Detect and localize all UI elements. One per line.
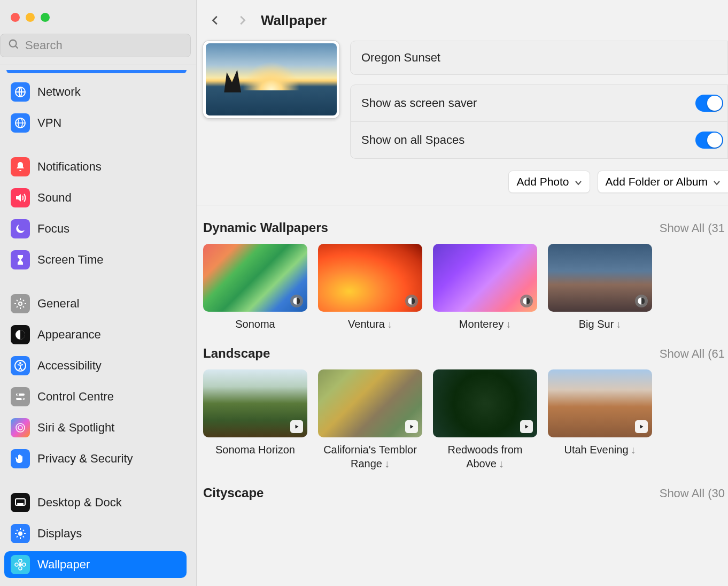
sidebar-list: Network VPN Notifications Sound Focus Sc… — [0, 70, 196, 586]
sidebar-label: Displays — [37, 527, 82, 541]
screen-saver-label: Show as screen saver — [361, 96, 477, 110]
current-wallpaper-preview[interactable] — [203, 41, 339, 118]
svg-point-9 — [19, 362, 21, 364]
search-box[interactable] — [0, 34, 191, 57]
svg-point-18 — [18, 531, 22, 536]
dock-icon — [11, 493, 30, 512]
wallpaper-thumb-ventura[interactable]: Ventura↓ — [318, 244, 422, 331]
sidebar-item-control-centre[interactable]: Control Centre — [4, 383, 187, 410]
svg-point-6 — [19, 302, 22, 305]
action-row: Add Photo Add Folder or Album — [197, 159, 728, 205]
page-title: Wallpaper — [261, 12, 327, 29]
add-photo-button[interactable]: Add Photo — [508, 171, 590, 193]
screen-saver-toggle[interactable] — [695, 95, 723, 112]
forward-button[interactable] — [229, 10, 255, 31]
svg-point-20 — [19, 559, 22, 562]
wallpaper-thumb-california-temblor[interactable]: California's Temblor Range↓ — [318, 369, 422, 471]
sidebar-label: Sound — [37, 191, 72, 205]
all-spaces-label: Show on all Spaces — [361, 133, 464, 147]
svg-rect-17 — [17, 503, 24, 505]
svg-point-12 — [17, 394, 19, 396]
chevron-down-icon — [713, 175, 721, 188]
sidebar-item-vpn[interactable]: VPN — [4, 110, 187, 136]
sidebar-item-accessibility[interactable]: Accessibility — [4, 352, 187, 379]
wallpaper-thumb-sonoma[interactable]: Sonoma — [203, 244, 307, 331]
sidebar-item-displays[interactable]: Displays — [4, 520, 187, 547]
sidebar-item-privacy-security[interactable]: Privacy & Security — [4, 445, 187, 472]
svg-point-22 — [15, 563, 18, 566]
sidebar-item-cutoff[interactable] — [6, 70, 187, 73]
fullscreen-window-button[interactable] — [41, 13, 50, 22]
section-title-cityscape: Cityscape — [203, 485, 264, 500]
svg-point-23 — [22, 563, 26, 566]
close-window-button[interactable] — [11, 13, 20, 22]
dynamic-badge-icon — [405, 295, 418, 307]
play-badge-icon — [520, 420, 533, 433]
sidebar-item-notifications[interactable]: Notifications — [4, 153, 187, 180]
download-icon: ↓ — [506, 318, 511, 330]
download-icon: ↓ — [499, 458, 504, 469]
all-spaces-toggle[interactable] — [695, 132, 723, 149]
download-icon: ↓ — [631, 444, 636, 456]
sidebar-label: VPN — [37, 116, 61, 130]
sidebar-item-desktop-dock[interactable]: Desktop & Dock — [4, 489, 187, 516]
siri-icon — [11, 418, 30, 437]
globe-icon — [11, 82, 30, 102]
wallpaper-thumb-monterey[interactable]: Monterey↓ — [433, 244, 537, 331]
sidebar-item-sound[interactable]: Sound — [4, 184, 187, 211]
wallpaper-thumb-bigsur[interactable]: Big Sur↓ — [548, 244, 652, 331]
contrast-icon — [11, 325, 30, 344]
svg-marker-29 — [411, 425, 414, 429]
search-input[interactable] — [25, 38, 183, 52]
add-folder-button[interactable]: Add Folder or Album — [598, 171, 728, 193]
sun-icon — [11, 524, 30, 543]
dynamic-badge-icon — [635, 295, 648, 307]
hourglass-icon — [11, 250, 30, 269]
download-icon: ↓ — [387, 318, 392, 330]
svg-line-1 — [16, 46, 18, 49]
dynamic-badge-icon — [290, 295, 303, 307]
screen-saver-row: Show as screen saver — [350, 84, 728, 122]
main-content: Wallpaper Oregon Sunset Show as screen s… — [197, 0, 728, 586]
sidebar-item-network[interactable]: Network — [4, 79, 187, 105]
hand-icon — [11, 449, 30, 468]
svg-marker-31 — [640, 425, 644, 429]
svg-point-13 — [21, 398, 24, 400]
globe-net-icon — [11, 113, 30, 133]
svg-marker-28 — [296, 425, 299, 429]
wallpaper-scroll-area[interactable]: Dynamic Wallpapers Show All (31 Sonoma V… — [197, 205, 728, 586]
download-icon: ↓ — [384, 458, 390, 469]
wallpaper-thumb-sonoma-horizon[interactable]: Sonoma Horizon — [203, 369, 307, 471]
search-icon — [8, 38, 20, 52]
show-all-landscape-button[interactable]: Show All (61 — [660, 347, 725, 361]
minimize-window-button[interactable] — [26, 13, 35, 22]
svg-marker-30 — [525, 425, 529, 429]
sidebar-item-appearance[interactable]: Appearance — [4, 321, 187, 348]
wallpaper-thumb-redwoods[interactable]: Redwoods from Above↓ — [433, 369, 537, 471]
dynamic-badge-icon — [520, 295, 533, 307]
chevron-down-icon — [575, 175, 582, 188]
play-badge-icon — [635, 420, 648, 433]
switches-icon — [11, 387, 30, 406]
person-icon — [11, 356, 30, 375]
wallpaper-name-row: Oregon Sunset — [350, 41, 728, 75]
svg-point-21 — [19, 567, 22, 570]
sidebar-label: Focus — [37, 222, 69, 236]
sidebar-item-general[interactable]: General — [4, 290, 187, 317]
sidebar-item-focus[interactable]: Focus — [4, 215, 187, 242]
show-all-dynamic-button[interactable]: Show All (31 — [660, 221, 725, 235]
sidebar-item-siri-spotlight[interactable]: Siri & Spotlight — [4, 414, 187, 441]
svg-point-19 — [19, 563, 22, 566]
sidebar-item-screen-time[interactable]: Screen Time — [4, 246, 187, 273]
gear-icon — [11, 294, 30, 313]
show-all-cityscape-button[interactable]: Show All (30 — [660, 487, 725, 500]
sidebar-label: Siri & Spotlight — [37, 421, 114, 435]
window-controls — [0, 0, 196, 34]
wallpaper-thumb-utah-evening[interactable]: Utah Evening↓ — [548, 369, 652, 471]
current-wallpaper-name: Oregon Sunset — [361, 51, 440, 64]
sidebar-item-wallpaper[interactable]: Wallpaper — [4, 551, 187, 578]
section-title-dynamic: Dynamic Wallpapers — [203, 220, 328, 235]
back-button[interactable] — [202, 10, 229, 31]
header: Wallpaper — [197, 0, 728, 41]
moon-icon — [11, 219, 30, 238]
